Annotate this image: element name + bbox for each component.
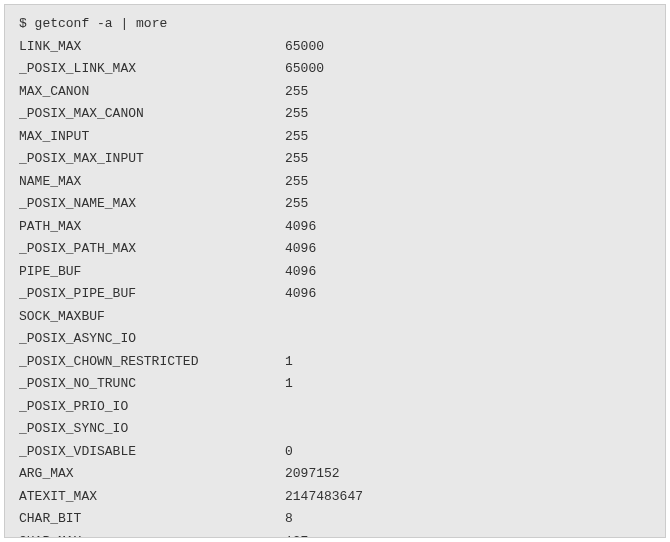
output-row: ATEXIT_MAX2147483647 xyxy=(19,486,651,509)
config-var-value: 255 xyxy=(285,126,308,149)
config-var-value: 255 xyxy=(285,193,308,216)
output-row: CHAR_MAX127 xyxy=(19,531,651,539)
output-row: _POSIX_MAX_CANON255 xyxy=(19,103,651,126)
config-var-name: SOCK_MAXBUF xyxy=(19,306,285,329)
output-row: _POSIX_MAX_INPUT255 xyxy=(19,148,651,171)
output-row: MAX_CANON255 xyxy=(19,81,651,104)
config-var-value: 1 xyxy=(285,351,293,374)
config-var-value: 255 xyxy=(285,103,308,126)
config-var-name: _POSIX_PATH_MAX xyxy=(19,238,285,261)
config-var-name: _POSIX_SYNC_IO xyxy=(19,418,285,441)
config-var-name: CHAR_MAX xyxy=(19,531,285,539)
config-var-name: ARG_MAX xyxy=(19,463,285,486)
config-var-name: _POSIX_CHOWN_RESTRICTED xyxy=(19,351,285,374)
config-var-name: _POSIX_NAME_MAX xyxy=(19,193,285,216)
config-var-value: 4096 xyxy=(285,283,316,306)
output-row: LINK_MAX65000 xyxy=(19,36,651,59)
output-row: _POSIX_NO_TRUNC1 xyxy=(19,373,651,396)
config-var-name: _POSIX_PIPE_BUF xyxy=(19,283,285,306)
config-var-name: ATEXIT_MAX xyxy=(19,486,285,509)
output-row: CHAR_BIT8 xyxy=(19,508,651,531)
config-var-value: 255 xyxy=(285,148,308,171)
output-rows: LINK_MAX65000_POSIX_LINK_MAX65000MAX_CAN… xyxy=(19,36,651,539)
config-var-name: CHAR_BIT xyxy=(19,508,285,531)
config-var-name: _POSIX_MAX_CANON xyxy=(19,103,285,126)
shell-prompt: $ xyxy=(19,16,35,31)
output-row: _POSIX_LINK_MAX65000 xyxy=(19,58,651,81)
output-row: _POSIX_NAME_MAX255 xyxy=(19,193,651,216)
config-var-value: 127 xyxy=(285,531,308,539)
config-var-name: LINK_MAX xyxy=(19,36,285,59)
command-text: getconf -a | more xyxy=(35,16,168,31)
output-row: _POSIX_SYNC_IO xyxy=(19,418,651,441)
config-var-name: NAME_MAX xyxy=(19,171,285,194)
output-row: _POSIX_PATH_MAX4096 xyxy=(19,238,651,261)
config-var-name: PIPE_BUF xyxy=(19,261,285,284)
terminal-window: $ getconf -a | more LINK_MAX65000_POSIX_… xyxy=(4,4,666,538)
output-row: PIPE_BUF4096 xyxy=(19,261,651,284)
config-var-name: _POSIX_VDISABLE xyxy=(19,441,285,464)
output-row: PATH_MAX4096 xyxy=(19,216,651,239)
output-row: _POSIX_PRIO_IO xyxy=(19,396,651,419)
output-row: _POSIX_VDISABLE0 xyxy=(19,441,651,464)
config-var-value: 2097152 xyxy=(285,463,340,486)
config-var-value: 4096 xyxy=(285,238,316,261)
config-var-value: 8 xyxy=(285,508,293,531)
config-var-value: 65000 xyxy=(285,58,324,81)
config-var-value: 2147483647 xyxy=(285,486,363,509)
output-row: SOCK_MAXBUF xyxy=(19,306,651,329)
config-var-value: 255 xyxy=(285,81,308,104)
config-var-name: _POSIX_MAX_INPUT xyxy=(19,148,285,171)
output-row: NAME_MAX255 xyxy=(19,171,651,194)
config-var-name: PATH_MAX xyxy=(19,216,285,239)
output-row: ARG_MAX2097152 xyxy=(19,463,651,486)
config-var-name: _POSIX_ASYNC_IO xyxy=(19,328,285,351)
output-row: _POSIX_ASYNC_IO xyxy=(19,328,651,351)
output-row: _POSIX_PIPE_BUF4096 xyxy=(19,283,651,306)
command-line: $ getconf -a | more xyxy=(19,13,651,36)
config-var-value: 65000 xyxy=(285,36,324,59)
config-var-value: 4096 xyxy=(285,216,316,239)
config-var-value: 4096 xyxy=(285,261,316,284)
config-var-value: 255 xyxy=(285,171,308,194)
config-var-name: _POSIX_NO_TRUNC xyxy=(19,373,285,396)
output-row: MAX_INPUT255 xyxy=(19,126,651,149)
config-var-value: 1 xyxy=(285,373,293,396)
config-var-name: MAX_INPUT xyxy=(19,126,285,149)
config-var-value: 0 xyxy=(285,441,293,464)
output-row: _POSIX_CHOWN_RESTRICTED1 xyxy=(19,351,651,374)
config-var-name: MAX_CANON xyxy=(19,81,285,104)
config-var-name: _POSIX_PRIO_IO xyxy=(19,396,285,419)
config-var-name: _POSIX_LINK_MAX xyxy=(19,58,285,81)
